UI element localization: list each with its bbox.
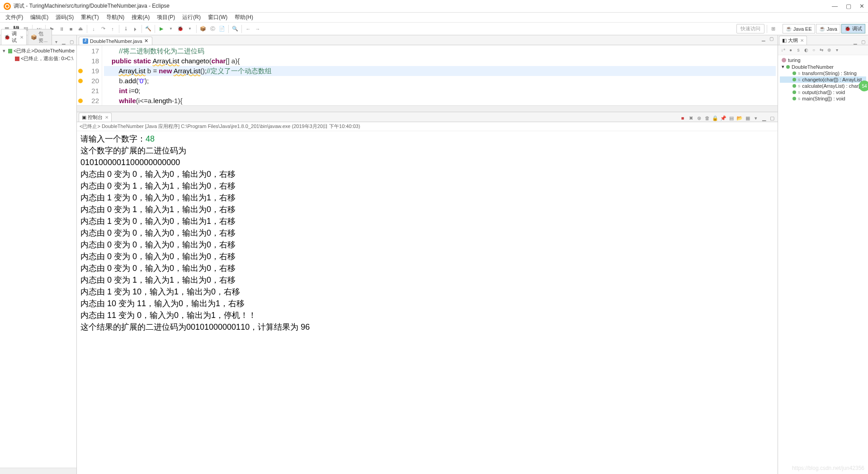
maximize-button[interactable]: ▢ xyxy=(846,3,851,9)
back-icon[interactable]: ← xyxy=(244,25,252,33)
hide-nonpublic-icon[interactable]: ◐ xyxy=(803,47,809,53)
close-icon[interactable]: ✕ xyxy=(20,35,24,40)
code-line[interactable]: int i=0; xyxy=(104,86,776,96)
stepinto-icon[interactable]: ↓ xyxy=(90,25,98,33)
menu-item[interactable]: 项目(P) xyxy=(154,13,178,22)
maximize-icon[interactable]: ▢ xyxy=(769,114,776,122)
minimize-icon[interactable]: ▁ xyxy=(61,38,67,45)
code-editor[interactable]: 17181920212223 //将二进制数转化为二进位码 public sta… xyxy=(77,45,778,105)
open-perspective-icon[interactable]: ⊞ xyxy=(769,25,778,33)
outline-tab[interactable]: ◧ 大纲 ✕ xyxy=(779,36,807,45)
warning-icon[interactable] xyxy=(78,79,83,83)
maximize-icon[interactable]: ▢ xyxy=(68,38,75,45)
outline-method[interactable]: S changeto(char[]) : ArrayList xyxy=(780,76,866,83)
dropdown-icon[interactable]: ▾ xyxy=(752,114,760,122)
warning-icon[interactable] xyxy=(78,99,83,103)
scrollbar[interactable] xyxy=(0,468,76,474)
menu-item[interactable]: 窗口(W) xyxy=(205,13,230,22)
display-icon[interactable]: ▤ xyxy=(728,114,735,122)
hide-fields-icon[interactable]: ● xyxy=(788,47,794,53)
console-output[interactable]: 请输入一个数字：48这个数字的扩展的二进位码为01010000011000000… xyxy=(77,131,778,474)
close-icon[interactable]: ✕ xyxy=(144,38,148,44)
menu-item[interactable]: 重构(T) xyxy=(78,13,101,22)
hide-static-icon[interactable]: s xyxy=(795,47,802,53)
build-icon[interactable]: 🔨 xyxy=(144,25,152,33)
notification-badge[interactable]: 54 xyxy=(859,81,868,91)
menu-item[interactable]: 源码(S) xyxy=(53,13,76,22)
collapse-icon[interactable]: ▾ xyxy=(3,48,7,54)
menu-item[interactable]: 文件(F) xyxy=(3,13,26,22)
menu-icon[interactable]: ▾ xyxy=(834,47,840,53)
clear-icon[interactable]: 🗑 xyxy=(703,114,711,122)
close-button[interactable]: ✕ xyxy=(859,3,864,9)
new-console-icon[interactable]: ▦ xyxy=(744,114,751,122)
debug-tree-item[interactable]: <已终止，退出值: 0>C:\ xyxy=(2,55,75,62)
perspective-调试[interactable]: 🐞调试 xyxy=(841,24,865,33)
maximize-icon[interactable]: ▢ xyxy=(769,36,776,43)
outline-method[interactable]: S calculate(ArrayList) : char[] xyxy=(780,83,866,89)
run-dropdown-icon[interactable]: ▼ xyxy=(167,25,175,33)
maximize-icon[interactable]: ▢ xyxy=(860,38,866,45)
scrolllock-icon[interactable]: 🔒 xyxy=(712,114,719,122)
perspective-Java EE[interactable]: ☕Java EE xyxy=(783,24,815,33)
menu-item[interactable]: 帮助(H) xyxy=(232,13,256,22)
newpkg-icon[interactable]: 📦 xyxy=(199,25,207,33)
editor-tab[interactable]: DoubleTheNumber.java ✕ xyxy=(79,37,152,45)
focus-icon[interactable]: ⊕ xyxy=(826,47,832,53)
filter-icon[interactable]: ⏵ xyxy=(131,25,139,33)
terminate-icon[interactable]: ■ xyxy=(679,114,686,122)
close-icon[interactable]: ✕ xyxy=(800,38,804,43)
perspective-Java[interactable]: ☕Java xyxy=(816,24,840,33)
code-line[interactable]: public static ArrayList changeto(char[] … xyxy=(104,56,776,66)
collapse-icon[interactable]: ▾ xyxy=(782,64,784,70)
terminate-icon[interactable]: ■ xyxy=(67,25,75,33)
scrollbar[interactable] xyxy=(77,105,778,112)
view-menu-icon[interactable]: ▾ xyxy=(53,38,59,45)
search-icon[interactable]: 🔍 xyxy=(231,25,239,33)
debug-dropdown-icon[interactable]: ▼ xyxy=(186,25,194,33)
warning-icon[interactable] xyxy=(78,69,83,73)
sort-icon[interactable]: ↓ᵃ xyxy=(780,47,786,53)
forward-icon[interactable]: → xyxy=(254,25,262,33)
minimize-icon[interactable]: ▁ xyxy=(762,36,768,43)
menu-item[interactable]: 编辑(E) xyxy=(28,13,51,22)
outline-tree[interactable]: turing ▾ DoubleTheNumber S transform(Str… xyxy=(778,55,868,474)
run-icon[interactable]: ▶ xyxy=(157,25,165,33)
quick-access[interactable]: 快速访问 xyxy=(736,24,764,33)
droptoframe-icon[interactable]: ⤓ xyxy=(122,25,130,33)
menu-item[interactable]: 导航(N) xyxy=(104,13,127,22)
minimize-button[interactable]: — xyxy=(832,3,838,9)
newclass-icon[interactable]: Ⓒ xyxy=(208,25,217,33)
code-line[interactable]: while(i<=a.length-1){ xyxy=(104,96,776,105)
code-line[interactable]: //将二进制数转化为二进位码 xyxy=(104,46,776,56)
minimize-icon[interactable]: ▁ xyxy=(852,38,859,45)
outline-package[interactable]: turing xyxy=(780,57,866,63)
stepover-icon[interactable]: ↷ xyxy=(99,25,107,33)
outline-method[interactable]: S transform(String) : String xyxy=(780,70,866,76)
outline-method[interactable]: S output(char[]) : void xyxy=(780,89,866,95)
disconnect-icon[interactable]: ⏏ xyxy=(76,25,85,33)
remove-icon[interactable]: ✖ xyxy=(687,114,694,122)
newfile-icon[interactable]: 📄 xyxy=(218,25,226,33)
pause-icon[interactable]: ⏸ xyxy=(57,25,66,33)
pin-icon[interactable]: 📌 xyxy=(720,114,727,122)
close-icon[interactable]: ✕ xyxy=(105,115,108,120)
minimize-icon[interactable]: ▁ xyxy=(760,114,768,122)
menu-item[interactable]: 运行(R) xyxy=(179,13,203,22)
package-view-tab[interactable]: 📦 包资... xyxy=(28,29,52,45)
outline-class[interactable]: ▾ DoubleTheNumber xyxy=(780,63,866,70)
debug-tree[interactable]: ▾<已终止>DoubleTheNumbe<已终止，退出值: 0>C:\ xyxy=(0,45,76,468)
debug-icon[interactable]: 🐞 xyxy=(176,25,184,33)
link-icon[interactable]: ⇆ xyxy=(818,47,825,53)
debug-tree-item[interactable]: ▾<已终止>DoubleTheNumbe xyxy=(2,47,75,55)
open-icon[interactable]: 📂 xyxy=(736,114,743,122)
menu-item[interactable]: 搜索(A) xyxy=(129,13,152,22)
removeall-icon[interactable]: ⊗ xyxy=(695,114,703,122)
console-tab[interactable]: ▣ 控制台 ✕ xyxy=(79,113,112,122)
outline-method[interactable]: S main(String[]) : void xyxy=(780,95,866,102)
stepreturn-icon[interactable]: ↑ xyxy=(108,25,117,33)
code-line[interactable]: ArrayList b = new ArrayList();//定义了一个动态数… xyxy=(104,66,776,76)
code-line[interactable]: b.add('0'); xyxy=(104,76,776,86)
debug-view-tab[interactable]: 🐞 调试 ✕ xyxy=(1,29,27,45)
hide-local-icon[interactable]: ○ xyxy=(811,47,817,53)
